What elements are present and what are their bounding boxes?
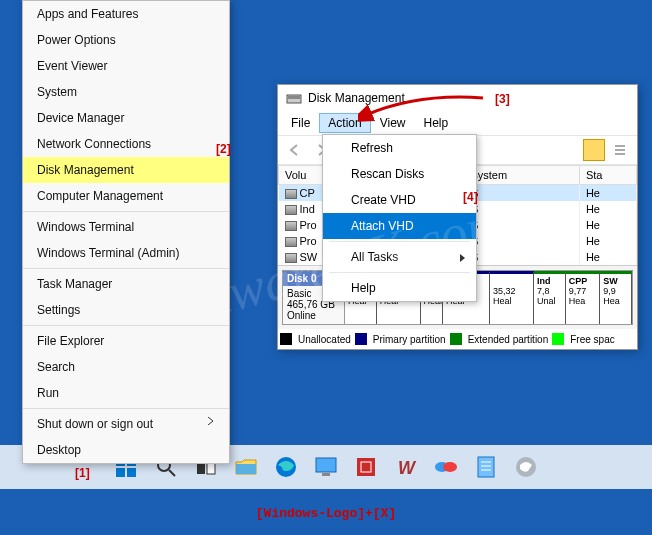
menu-search[interactable]: Search [23,354,229,380]
partition[interactable]: SW9,9Hea [600,271,632,324]
menu-help[interactable]: Help [415,113,458,133]
app-w-button[interactable]: W [393,454,419,480]
app-notepad-button[interactable] [473,454,499,480]
separator [23,211,229,212]
svg-line-13 [169,470,175,476]
monitor-icon [314,456,338,478]
menu-power-options[interactable]: Power Options [23,27,229,53]
svg-text:W: W [398,458,417,478]
annotation-3: [3] [495,92,510,106]
legend-primary: Primary partition [373,334,446,345]
window-title-text: Disk Management [308,91,405,105]
partition[interactable]: CPP9,77Hea [566,271,601,324]
svg-rect-19 [322,473,330,476]
list-button[interactable] [609,139,631,161]
w-icon: W [395,456,417,478]
menu-device-manager[interactable]: Device Manager [23,105,229,131]
legend-free: Free spac [570,334,614,345]
menu-system[interactable]: System [23,79,229,105]
svg-rect-25 [478,457,494,477]
annotation-1: [1] [75,466,90,480]
svg-rect-1 [288,96,300,99]
svg-rect-20 [357,458,375,476]
menu-desktop[interactable]: Desktop [23,437,229,463]
separator [329,272,470,273]
separator [23,268,229,269]
keyboard-shortcut-label: [Windows-Logo]+[X] [0,506,652,521]
partition[interactable]: Ind7,8Unal [534,271,566,324]
bird-icon [514,455,538,479]
menu-action[interactable]: Action [319,113,370,133]
action-rescan-disks[interactable]: Rescan Disks [323,161,476,187]
legend-extended: Extended partition [468,334,549,345]
red-square-icon [355,456,377,478]
action-all-tasks[interactable]: All Tasks [323,244,476,270]
app-red-button[interactable] [353,454,379,480]
menu-disk-management[interactable]: Disk Management [23,157,229,183]
disk-management-icon [286,90,302,106]
window-titlebar: Disk Management [278,85,637,111]
menu-windows-terminal[interactable]: Windows Terminal [23,214,229,240]
menu-task-manager[interactable]: Task Manager [23,271,229,297]
svg-rect-11 [127,468,136,477]
app-thunderbird-button[interactable] [513,454,539,480]
legend-unallocated: Unallocated [298,334,351,345]
edge-button[interactable] [273,454,299,480]
annotation-4: [4] [463,190,478,204]
action-refresh[interactable]: Refresh [323,135,476,161]
winx-context-menu: Apps and Features Power Options Event Vi… [22,0,230,464]
menu-apps-features[interactable]: Apps and Features [23,1,229,27]
explorer-button[interactable] [233,454,259,480]
menu-computer-management[interactable]: Computer Management [23,183,229,209]
menu-windows-terminal-admin[interactable]: Windows Terminal (Admin) [23,240,229,266]
folder-button[interactable] [583,139,605,161]
menu-network-connections[interactable]: Network Connections [23,131,229,157]
chevron-right-icon [460,254,466,262]
menubar: File Action View Help Refresh Rescan Dis… [278,111,637,135]
svg-rect-10 [116,468,125,477]
legend: Unallocated Primary partition Extended p… [278,329,637,349]
menu-run[interactable]: Run [23,380,229,406]
chevron-right-icon [207,417,215,425]
col-status[interactable]: Sta [579,166,636,185]
svg-point-24 [443,462,457,472]
svg-rect-4 [589,145,599,155]
legend-free-icon [552,333,564,345]
menu-view[interactable]: View [371,113,415,133]
edge-icon [274,455,298,479]
pills-icon [434,457,458,477]
legend-primary-icon [355,333,367,345]
menu-file[interactable]: File [282,113,319,133]
folder-icon [234,456,258,478]
separator [23,325,229,326]
legend-extended-icon [450,333,462,345]
action-help[interactable]: Help [323,275,476,301]
separator [329,241,470,242]
partition[interactable]: 35,32Heal [490,271,534,324]
back-button[interactable] [284,139,306,161]
notepad-icon [476,455,496,479]
svg-rect-16 [236,464,256,474]
separator [23,408,229,409]
action-dropdown: Refresh Rescan Disks Create VHD Attach V… [322,134,477,302]
menu-file-explorer[interactable]: File Explorer [23,328,229,354]
app-monitor-button[interactable] [313,454,339,480]
menu-settings[interactable]: Settings [23,297,229,323]
action-create-vhd[interactable]: Create VHD [323,187,476,213]
svg-rect-18 [316,458,336,472]
disk-management-window: Disk Management File Action View Help Re… [277,84,638,350]
annotation-2: [2] [216,142,231,156]
app-pills-button[interactable] [433,454,459,480]
action-attach-vhd[interactable]: Attach VHD [323,213,476,239]
menu-shut-down[interactable]: Shut down or sign out [23,411,229,437]
menu-event-viewer[interactable]: Event Viewer [23,53,229,79]
legend-unallocated-icon [280,333,292,345]
